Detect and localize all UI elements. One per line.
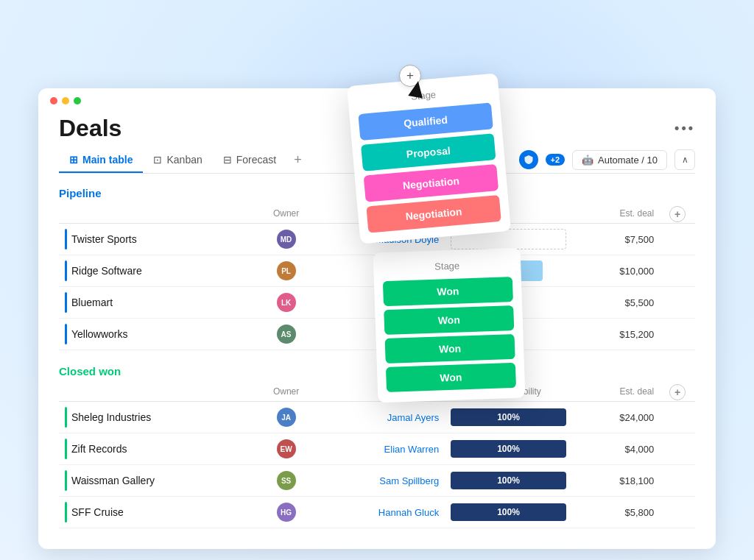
cw-row-1: Sheleg Industries JA Jamal Ayers 100% $2 [59,402,695,433]
row-indicator-4 [65,324,67,344]
cursor-icon [408,79,426,98]
automate-button[interactable]: 🤖 Automate / 10 [572,150,667,170]
forecast-icon: ⊟ [223,154,232,166]
cw-row-3: Waissman Gallery SS Sam Spillberg 100% $ [59,465,695,497]
shield-badge [519,150,538,169]
tab-forecast[interactable]: ⊟ Forecast [213,148,286,173]
cw-avatar-3: SS [277,471,296,490]
cw-indicator-4 [65,502,67,522]
main-table-icon: ⊞ [69,154,78,166]
owner-avatar-3: LK [277,293,296,312]
kanban-icon: ⊡ [153,154,162,166]
tab-main-table[interactable]: ⊞ Main table [59,148,143,173]
deal-name: Twister Sports [71,233,137,245]
popup-won-header: Stage [382,258,512,274]
cw-name-2: Zift Records [71,443,127,455]
deal-name-3: Bluemart [71,297,113,308]
cw-contact-3[interactable]: Sam Spillberg [379,475,439,486]
cw-name-1: Sheleg Industries [71,411,151,423]
dot-green [74,97,81,104]
col-owner-header: Owner [254,205,317,224]
col-name-header [59,205,254,224]
cw-row-2: Zift Records EW Elian Warren 100% $4,000 [59,433,695,465]
add-column-button-cw[interactable]: + [669,384,686,400]
page-title: Deals [59,115,121,142]
cw-indicator-2 [65,439,67,459]
main-table-label: Main table [82,154,133,166]
collapse-button[interactable]: ∧ [674,149,695,170]
cw-avatar-4: HG [277,503,296,522]
prob-bar-4: 100% [451,503,566,521]
owner-avatar-1: MD [277,230,296,249]
cw-col-owner: Owner [254,383,317,402]
row-indicator-3 [65,292,67,313]
cw-est-1: $24,000 [572,402,660,433]
est-deal-1: $7,500 [572,224,660,255]
dot-red [50,97,57,104]
cw-col-est: Est. deal [572,383,660,402]
cw-contact-1[interactable]: Jamal Ayers [387,412,440,423]
add-tab-button[interactable]: + [286,146,309,174]
deal-name-4: Yellowworks [71,328,128,340]
cw-est-3: $18,100 [572,465,660,497]
tab-kanban[interactable]: ⊡ Kanban [143,148,212,173]
won-item-2[interactable]: Won [384,305,514,335]
col-add-header: + [660,205,695,224]
closed-won-table: Owner Contacts Close probability Est. de… [59,383,695,528]
row-indicator [65,229,67,249]
cw-est-4: $5,800 [572,497,660,528]
deal-name-2: Ridge Software [71,265,142,277]
col-est-header: Est. deal [572,205,660,224]
cw-avatar-1: JA [277,408,296,427]
cw-avatar-2: EW [277,439,296,458]
won-item-1[interactable]: Won [383,277,513,306]
cw-indicator-1 [65,407,67,428]
cw-est-2: $4,000 [572,433,660,465]
est-deal-4: $15,200 [572,319,660,350]
plus2-badge[interactable]: +2 [546,154,566,166]
won-popup-card: Stage Won Won Won Won [373,248,526,403]
cw-name-3: Waissman Gallery [71,475,155,486]
row-indicator-2 [65,260,67,281]
prob-bar-1: 100% [451,408,566,426]
owner-avatar-2: PL [277,261,296,280]
cw-row-4: SFF Cruise HG Hannah Gluck 100% $5,800 [59,497,695,528]
forecast-label: Forecast [236,154,276,166]
cw-indicator-3 [65,470,67,491]
won-item-3[interactable]: Won [385,334,515,364]
cw-contact-2[interactable]: Elian Warren [384,444,440,455]
est-deal-3: $5,500 [572,287,660,319]
prob-bar-3: 100% [451,472,566,489]
automate-label: Automate / 10 [598,155,658,166]
won-item-4[interactable]: Won [386,363,516,392]
dot-yellow [62,97,69,104]
owner-avatar-4: AS [277,325,296,344]
cw-name-4: SFF Cruise [71,506,124,518]
stage-negotiation2-item[interactable]: Negotiation [366,195,501,233]
stage-popup-card: Stage Qualified Proposal Negotiation Neg… [347,73,511,244]
cw-contact-4[interactable]: Hannah Gluck [378,507,439,518]
kanban-label: Kanban [166,154,202,166]
prob-bar-2: 100% [451,440,566,458]
cw-col-add: + [660,383,695,402]
more-options-button[interactable]: ••• [674,121,695,136]
add-column-button-pipeline[interactable]: + [669,206,686,222]
cw-col-name [59,383,254,402]
automate-icon: 🤖 [582,155,593,166]
est-deal-2: $10,000 [572,255,660,287]
